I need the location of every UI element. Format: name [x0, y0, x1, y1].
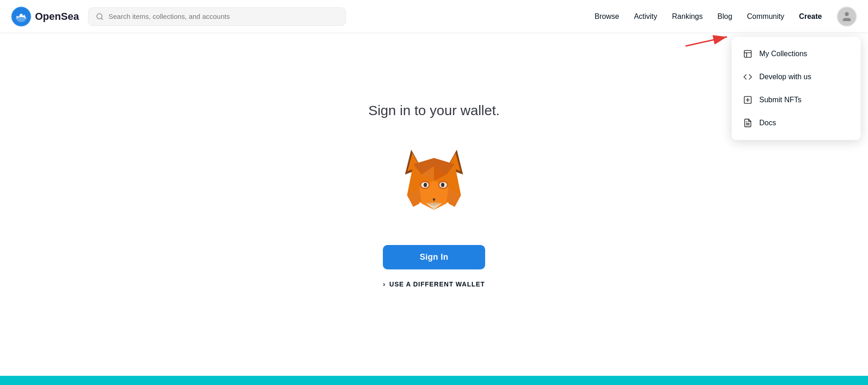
avatar-icon [841, 11, 853, 23]
metamask-fox-illustration [393, 140, 475, 223]
nav-browse[interactable]: Browse [595, 12, 619, 21]
avatar-button[interactable] [837, 6, 857, 27]
dropdown-label-develop-with-us: Develop with us [759, 73, 811, 81]
footer-bar [0, 376, 868, 385]
sign-in-title: Sign in to your wallet. [368, 103, 499, 118]
svg-point-3 [19, 13, 23, 17]
dropdown-item-my-collections[interactable]: My Collections [732, 42, 861, 65]
dropdown-label-docs: Docs [759, 119, 776, 127]
submit-icon [743, 95, 753, 105]
docs-icon [743, 118, 753, 128]
logo-text: OpenSea [35, 11, 79, 23]
svg-line-5 [101, 18, 103, 19]
chevron-right-icon: › [383, 280, 386, 288]
nav-links: Browse Activity Rankings Blog Community … [595, 6, 857, 27]
search-input[interactable] [108, 12, 338, 20]
dropdown-menu: My Collections Develop with us Submit NF… [732, 37, 861, 140]
svg-point-6 [845, 12, 849, 16]
different-wallet-link[interactable]: › USE A DIFFERENT WALLET [383, 280, 485, 288]
svg-point-32 [424, 183, 427, 187]
header: OpenSea Browse Activity Rankings Blog Co… [0, 0, 868, 33]
svg-rect-7 [745, 51, 751, 58]
svg-point-33 [441, 183, 444, 187]
sign-in-button[interactable]: Sign In [383, 245, 485, 269]
code-icon [743, 72, 753, 82]
nav-activity[interactable]: Activity [634, 12, 657, 21]
search-icon [96, 12, 104, 21]
nav-create[interactable]: Create [799, 12, 822, 21]
dropdown-label-submit-nfts: Submit NFTs [759, 96, 802, 104]
opensea-logo-icon [11, 6, 31, 27]
nav-community[interactable]: Community [747, 12, 784, 21]
nav-blog[interactable]: Blog [717, 12, 732, 21]
dropdown-label-my-collections: My Collections [759, 50, 807, 58]
dropdown-item-docs[interactable]: Docs [732, 111, 861, 134]
logo[interactable]: OpenSea [11, 6, 79, 27]
search-bar[interactable] [88, 7, 346, 26]
dropdown-item-submit-nfts[interactable]: Submit NFTs [732, 88, 861, 111]
dropdown-item-develop-with-us[interactable]: Develop with us [732, 65, 861, 88]
collections-icon [743, 49, 753, 59]
nav-rankings[interactable]: Rankings [672, 12, 703, 21]
